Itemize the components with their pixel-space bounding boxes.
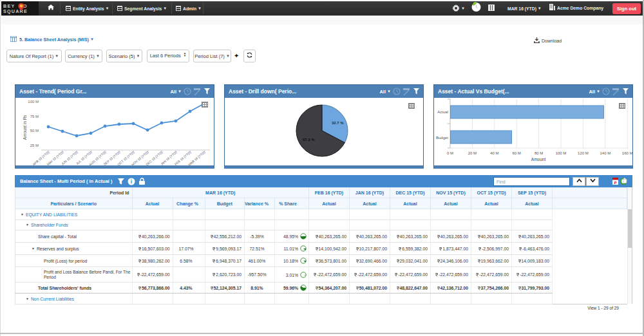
svg-text:120 M: 120 M: [578, 151, 589, 155]
svg-text:Actual: Actual: [437, 110, 448, 114]
svg-text:0 M: 0 M: [447, 151, 453, 155]
svg-text:67.3 %: 67.3 %: [303, 138, 315, 142]
svg-text:140 M: 140 M: [600, 151, 611, 155]
svg-text:75 M: 75 M: [30, 115, 39, 118]
svg-text:i: i: [131, 178, 132, 185]
svg-text:Amount in ₨: Amount in ₨: [23, 115, 27, 140]
svg-text:50 M: 50 M: [30, 129, 39, 133]
svg-text:Budget: Budget: [436, 136, 448, 140]
svg-text:P: P: [614, 181, 616, 185]
svg-text:160 M: 160 M: [622, 151, 633, 155]
svg-text:100 M: 100 M: [556, 151, 567, 155]
svg-text:100 M: 100 M: [28, 100, 39, 104]
svg-text:25 M: 25 M: [30, 144, 39, 147]
svg-text:Amount: Amount: [531, 157, 546, 162]
svg-text:40 M: 40 M: [490, 151, 498, 155]
svg-text:32.7 %: 32.7 %: [332, 121, 344, 125]
svg-text:80 M: 80 M: [535, 151, 543, 155]
svg-text:20 M: 20 M: [468, 151, 477, 155]
svg-text:60 M: 60 M: [513, 151, 521, 155]
